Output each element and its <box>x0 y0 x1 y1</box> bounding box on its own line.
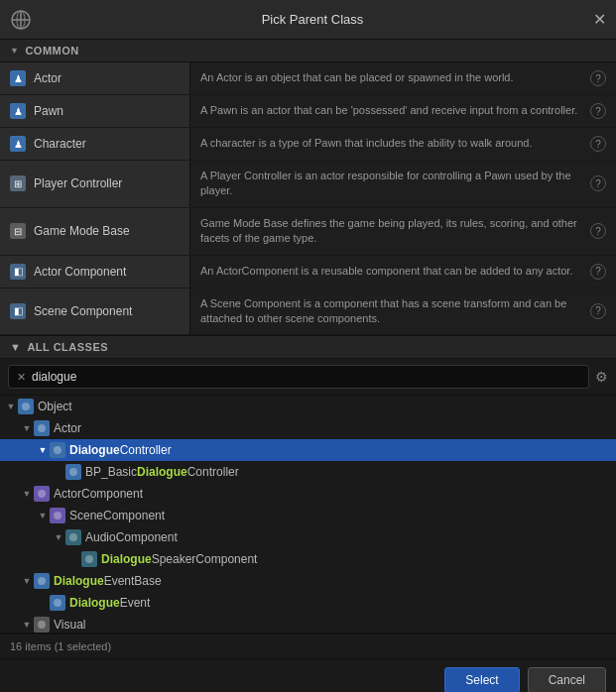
common-class-item: ⊟Game Mode BaseGame Mode Base defines th… <box>0 208 616 256</box>
tree-arrow-icon[interactable]: ▼ <box>52 532 65 542</box>
bottom-bar: Select Cancel <box>0 658 616 692</box>
help-icon[interactable]: ? <box>590 223 606 239</box>
tree-arrow-icon[interactable]: ▼ <box>4 402 18 411</box>
tree-item-label: Visual <box>54 618 85 632</box>
svg-point-5 <box>38 424 46 432</box>
tree-arrow-icon[interactable]: ▼ <box>20 620 34 630</box>
class-item-description-area: Game Mode Base defines the game being pl… <box>190 208 616 255</box>
blue-tree-icon <box>34 420 50 436</box>
class-item-button[interactable]: ♟Character <box>0 128 190 160</box>
class-item-label: Player Controller <box>34 176 122 190</box>
common-class-item: ♟CharacterA character is a type of Pawn … <box>0 128 616 161</box>
common-class-list: ♟ActorAn Actor is an object that can be … <box>0 62 616 335</box>
tree-item[interactable]: ▼SceneComponent <box>0 505 616 526</box>
teal-tree-icon <box>65 529 81 545</box>
blue-tree-icon <box>50 595 65 611</box>
tree-item-label: DialogueEventBase <box>54 574 162 588</box>
tree-arrow-icon[interactable]: ▼ <box>36 511 50 520</box>
gray-tree-icon <box>34 617 50 633</box>
tree-arrow-icon[interactable]: ▼ <box>20 576 34 586</box>
search-clear-icon[interactable]: ✕ <box>17 371 26 384</box>
class-item-label: Character <box>34 137 86 151</box>
search-input[interactable]: dialogue <box>32 370 580 384</box>
svg-point-4 <box>22 403 30 410</box>
close-button[interactable]: ✕ <box>593 12 606 28</box>
search-input-container[interactable]: ✕ dialogue <box>8 365 589 389</box>
class-item-description: An Actor is an object that can be placed… <box>200 70 582 85</box>
class-item-description-area: A character is a type of Pawn that inclu… <box>190 128 616 160</box>
tree-item[interactable]: DialogueSpeakerComponent <box>0 548 616 570</box>
svg-point-6 <box>54 446 62 454</box>
class-item-description-area: A Pawn is an actor that can be 'possesse… <box>190 95 616 127</box>
search-settings-icon[interactable]: ⚙ <box>595 369 608 385</box>
tree-arrow-icon[interactable]: ▼ <box>36 445 50 455</box>
select-button[interactable]: Select <box>444 667 519 692</box>
tree-item-label: DialogueEvent <box>69 596 150 610</box>
tree-item[interactable]: ▼Visual <box>0 614 616 634</box>
tree-item[interactable]: ▼DialogueEventBase <box>0 570 616 592</box>
cancel-button[interactable]: Cancel <box>528 667 606 692</box>
tree-item[interactable]: ▼AudioComponent <box>0 526 616 548</box>
help-icon[interactable]: ? <box>590 303 606 319</box>
class-item-description-area: A Player Controller is an actor responsi… <box>190 161 616 207</box>
common-section-header: ▼ COMMON <box>0 40 616 62</box>
class-item-label: Game Mode Base <box>34 224 130 238</box>
class-item-label: Actor Component <box>34 265 126 279</box>
class-item-description: A Scene Component is a component that ha… <box>200 296 582 327</box>
tree-item-label: Actor <box>54 421 81 435</box>
common-class-item: ♟ActorAn Actor is an object that can be … <box>0 62 616 95</box>
class-item-button[interactable]: ♟Actor <box>0 62 190 94</box>
all-classes-label: ALL CLASSES <box>27 341 108 353</box>
all-classes-header: ▼ ALL CLASSES <box>0 335 616 359</box>
class-item-label: Actor <box>34 71 62 85</box>
help-icon[interactable]: ? <box>590 70 606 86</box>
class-item-description: Game Mode Base defines the game being pl… <box>200 216 582 247</box>
search-bar: ✕ dialogue ⚙ <box>0 359 616 396</box>
blue-tree-icon <box>34 573 50 589</box>
svg-point-13 <box>54 599 62 607</box>
tree-item[interactable]: ▼Actor <box>0 417 616 439</box>
help-icon[interactable]: ? <box>590 175 606 191</box>
tree-arrow-icon[interactable]: ▼ <box>20 489 34 499</box>
status-bar: 16 items (1 selected) <box>0 634 616 658</box>
common-class-item: ◧Scene ComponentA Scene Component is a c… <box>0 288 616 336</box>
tree-item[interactable]: ▼ActorComponent <box>0 483 616 505</box>
class-item-description-area: An ActorComponent is a reusable componen… <box>190 256 616 288</box>
svg-point-9 <box>54 512 62 519</box>
tree-item-label: DialogueSpeakerComponent <box>101 552 257 566</box>
tree-item-label: Object <box>38 400 72 413</box>
class-item-button[interactable]: ♟Pawn <box>0 95 190 127</box>
scenecomp-icon: ◧ <box>10 303 26 319</box>
tree-item[interactable]: ▼DialogueController <box>0 439 616 461</box>
help-icon[interactable]: ? <box>590 264 606 280</box>
playerctrl-icon: ⊞ <box>10 175 26 191</box>
class-item-button[interactable]: ⊟Game Mode Base <box>0 208 190 255</box>
tree-item-label: BP_BasicDialogueController <box>85 465 239 479</box>
app-logo <box>10 9 32 31</box>
help-icon[interactable]: ? <box>590 103 606 119</box>
actor-icon: ♟ <box>10 70 26 86</box>
class-item-button[interactable]: ◧Scene Component <box>0 288 190 335</box>
tree-item[interactable]: ▼Object <box>0 396 616 417</box>
svg-point-7 <box>69 468 77 476</box>
purple-tree-icon <box>50 508 65 523</box>
class-item-button[interactable]: ⊞Player Controller <box>0 161 190 207</box>
purple-tree-icon <box>34 486 50 502</box>
status-text: 16 items (1 selected) <box>10 640 111 652</box>
tree-item[interactable]: BP_BasicDialogueController <box>0 461 616 483</box>
tree-item[interactable]: DialogueEvent <box>0 592 616 614</box>
actorcomp-icon: ◧ <box>10 264 26 280</box>
help-icon[interactable]: ? <box>590 136 606 152</box>
tree-arrow-icon[interactable]: ▼ <box>20 423 34 433</box>
common-arrow-icon: ▼ <box>10 46 19 56</box>
common-class-item: ⊞Player ControllerA Player Controller is… <box>0 161 616 208</box>
class-item-button[interactable]: ◧Actor Component <box>0 256 190 288</box>
common-class-item: ♟PawnA Pawn is an actor that can be 'pos… <box>0 95 616 128</box>
title-bar: Pick Parent Class ✕ <box>0 0 616 40</box>
blue-tree-icon <box>18 399 34 414</box>
all-classes-arrow-icon: ▼ <box>10 341 21 353</box>
class-item-description-area: A Scene Component is a component that ha… <box>190 288 616 335</box>
blue-tree-icon <box>50 442 65 458</box>
common-class-item: ◧Actor ComponentAn ActorComponent is a r… <box>0 256 616 288</box>
svg-point-8 <box>38 490 46 498</box>
